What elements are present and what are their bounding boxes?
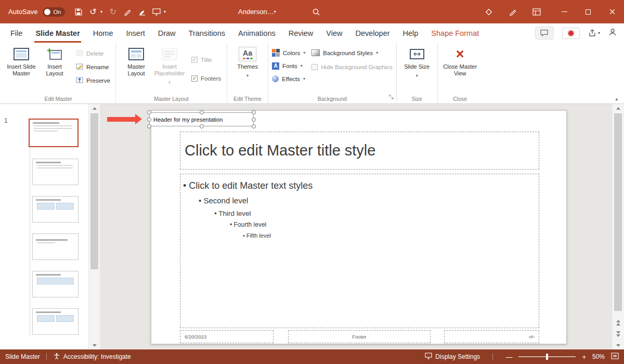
titlebar: AutoSave On ↺ ▾ ↻ ▾ Anderso <box>0 0 624 23</box>
collapse-ribbon-icon[interactable]: ▴ <box>615 96 618 101</box>
display-settings-button[interactable]: Display Settings <box>425 353 480 361</box>
slide-size-icon <box>409 47 425 61</box>
tab-draw[interactable]: Draw <box>158 23 176 43</box>
zoom-in-button[interactable]: + <box>582 353 586 361</box>
thumbnail-scrollbar[interactable] <box>88 104 100 349</box>
thumbnail-layout-3[interactable] <box>32 233 79 260</box>
next-slide-button[interactable] <box>612 330 624 338</box>
thumbnail-scrollbar-thumb[interactable] <box>90 113 98 269</box>
presence-person-icon[interactable] <box>608 28 617 38</box>
selection-handle[interactable] <box>252 118 256 122</box>
zoom-level[interactable]: 50% <box>592 353 605 360</box>
date-placeholder[interactable]: 6/20/2023 <box>180 330 274 343</box>
canvas-scrollbar[interactable] <box>612 104 624 349</box>
rename-button[interactable]: Rename <box>74 62 112 72</box>
selection-handle[interactable] <box>147 110 151 114</box>
body-level-5: • Fifth level <box>183 230 539 241</box>
zoom-out-button[interactable]: — <box>505 353 512 361</box>
master-layout-button[interactable]: Master Layout <box>120 44 153 77</box>
thumbnail-layout-1[interactable] <box>32 159 79 185</box>
highlighter-icon[interactable] <box>138 6 146 18</box>
tab-view[interactable]: View <box>326 23 342 43</box>
record-icon <box>568 31 574 36</box>
minimize-button[interactable] <box>552 0 576 23</box>
thumbnail-layout-2[interactable] <box>32 196 79 223</box>
fonts-button[interactable]: A Fonts ▾ <box>272 61 305 71</box>
selection-handle[interactable] <box>200 124 204 128</box>
annotation-arrow <box>107 114 142 124</box>
autosave-toggle[interactable]: On <box>43 7 65 17</box>
start-slideshow-icon[interactable] <box>152 6 161 18</box>
tab-help[interactable]: Help <box>403 23 419 43</box>
delete-icon <box>76 50 83 57</box>
master-body-placeholder[interactable]: • Click to edit Master text styles • Sec… <box>180 174 539 328</box>
slide-master-editing-surface[interactable]: Header for my presentation Click to edit… <box>151 110 567 344</box>
draw-pen-icon[interactable] <box>123 6 132 18</box>
tab-transitions[interactable]: Transitions <box>189 23 225 43</box>
canvas-scroll-up-icon[interactable] <box>612 104 624 112</box>
maximize-button[interactable] <box>576 0 600 23</box>
ribbon-layout-icon[interactable] <box>532 6 541 18</box>
undo-chevron-icon[interactable]: ▾ <box>100 9 102 14</box>
close-master-view-button[interactable]: × Close Master View <box>441 44 479 77</box>
selection-handle[interactable] <box>147 118 151 122</box>
thumbnail-master-slide[interactable] <box>29 119 79 147</box>
thumbnail-layout-5[interactable] <box>32 308 79 335</box>
footer-placeholder[interactable]: Footer <box>288 330 431 343</box>
tab-slide-master[interactable]: Slide Master <box>35 23 80 43</box>
tab-insert[interactable]: Insert <box>126 23 145 43</box>
insert-layout-button[interactable]: Insert Layout <box>38 44 71 77</box>
record-button[interactable] <box>562 28 580 39</box>
accessibility-button[interactable]: Accessibility: Investigate <box>53 353 131 361</box>
background-styles-button[interactable]: Background Styles ▾ <box>311 48 392 58</box>
search-button[interactable] <box>312 0 320 23</box>
ribbon-group-edit-master: Insert Slide Master Insert Layout Delete <box>1 43 116 103</box>
undo-icon[interactable]: ↺ <box>89 6 97 18</box>
slide-number-placeholder[interactable]: ‹#› <box>444 330 539 343</box>
thumbnail-scroll-down-icon[interactable] <box>89 341 100 349</box>
document-name[interactable]: Anderson… ▾ <box>238 0 276 23</box>
tab-shape-format[interactable]: Shape Format <box>431 23 479 43</box>
header-text-box[interactable]: Header for my presentation <box>149 112 254 126</box>
selection-handle[interactable] <box>147 124 151 128</box>
fonts-icon: A <box>272 62 279 70</box>
tab-review[interactable]: Review <box>289 23 314 43</box>
customize-qat-icon[interactable]: ▾ <box>164 9 166 14</box>
effects-button[interactable]: Effects ▾ <box>272 74 305 84</box>
colors-button[interactable]: Colors ▾ <box>272 48 305 58</box>
canvas-scroll-down-icon[interactable] <box>612 341 624 349</box>
fit-slide-to-window-icon[interactable] <box>611 353 619 361</box>
selection-handle[interactable] <box>252 124 256 128</box>
selection-handle[interactable] <box>200 110 204 114</box>
designer-icon[interactable] <box>485 6 493 18</box>
tab-animations[interactable]: Animations <box>238 23 276 43</box>
comments-button[interactable] <box>535 27 554 40</box>
save-icon[interactable] <box>74 6 83 18</box>
insert-slide-master-button[interactable]: Insert Slide Master <box>5 44 38 77</box>
status-divider <box>492 353 493 360</box>
footers-checkbox[interactable]: ✓ Footers <box>191 75 221 82</box>
tab-developer[interactable]: Developer <box>355 23 389 43</box>
date-text: 6/20/2023 <box>185 334 206 340</box>
master-title-placeholder[interactable]: Click to edit Master title style <box>180 132 539 170</box>
share-button[interactable]: ▾ <box>588 29 600 37</box>
selection-handle[interactable] <box>252 110 256 114</box>
themes-button[interactable]: Aa Themes ▾ <box>231 44 264 79</box>
slide-size-button[interactable]: Slide Size ▾ <box>400 44 434 79</box>
zoom-slider[interactable] <box>518 356 576 357</box>
editing-pen-icon[interactable] <box>509 6 517 18</box>
tab-label: Insert <box>126 29 145 37</box>
preserve-label: Preserve <box>86 77 110 84</box>
thumbnail-scroll-up-icon[interactable] <box>89 104 100 112</box>
tab-file[interactable]: File <box>10 23 22 43</box>
slide-thumbnail-panel: 1 <box>0 104 88 349</box>
tab-home[interactable]: Home <box>93 23 113 43</box>
previous-slide-button[interactable] <box>612 318 624 327</box>
preserve-button[interactable]: Preserve <box>74 75 112 85</box>
canvas-scrollbar-thumb[interactable] <box>614 113 622 311</box>
zoom-slider-thumb[interactable] <box>546 354 548 360</box>
comment-icon <box>540 29 549 37</box>
insert-layout-label: Insert Layout <box>38 63 71 77</box>
thumbnail-layout-4[interactable] <box>32 271 79 297</box>
close-button[interactable] <box>600 0 624 23</box>
